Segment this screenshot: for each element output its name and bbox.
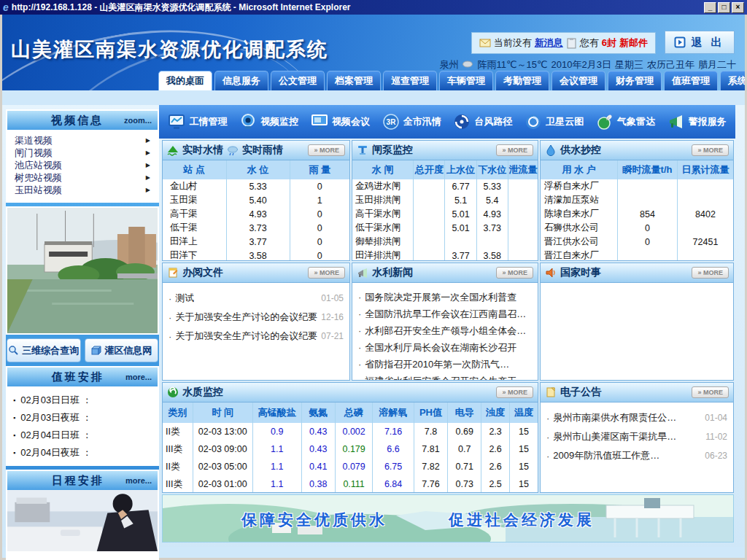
right-arrow-icon: ▶ [146,174,150,181]
cell: 4.93 [226,207,290,221]
tab-system-mgmt[interactable]: 系统管理 [720,71,745,90]
maximize-button[interactable]: □ [718,2,730,13]
tab-finance-mgmt[interactable]: 财务管理 [608,71,662,90]
quality-value: 1.1 [271,444,283,454]
dot-bullet-icon: · [358,376,361,381]
col-header: 下水位 [476,160,508,179]
tab-duty-mgmt[interactable]: 值班管理 [664,71,718,90]
cell: 0.69 [448,423,481,440]
small-megaphone-icon [357,267,368,279]
video-item-chidian[interactable]: 池店站视频▶ [15,159,150,171]
eco-cycle-icon [167,386,179,398]
dot-bullet-icon: · [546,432,549,443]
video-item-shudou[interactable]: 树兜站视频▶ [15,171,150,184]
supply-more-button[interactable]: » MORE [692,144,729,156]
close-button[interactable]: × [732,2,744,13]
cell: 5.4 [476,193,508,207]
bulletin-link[interactable]: ·2009年防汛值班工作意…06-23 [546,446,727,465]
tool-city-flood-info[interactable]: 3R 全市汛情 [382,113,441,131]
tool-video-monitor[interactable]: 视频监控 [239,113,298,131]
table-row: 低干渠水闸5.013.73 [352,221,538,235]
tool-weather-radar[interactable]: 气象雷达 [596,113,655,131]
news-link[interactable]: ·福建省水利厅安委会召开安全生产工… [358,373,532,381]
new-message-link[interactable]: 新消息 [535,36,563,50]
table-row: 低干渠3.730 [163,221,349,235]
tab-meeting-mgmt[interactable]: 会议管理 [551,71,605,90]
square-bullet-icon: ▪ [13,449,15,456]
video-item-yutian[interactable]: 玉田站视频▶ [15,184,150,196]
video-zoom-link[interactable]: zoom... [124,116,152,125]
table-row: 陈埭自来水厂8548402 [541,207,733,221]
cell: 02-03 05:00 [193,458,252,475]
news-link[interactable]: ·水利部召开安全生产领导小组全体会… [358,322,532,339]
gate-more-button[interactable]: » MORE [496,144,533,156]
duty-more-link[interactable]: more... [125,373,152,381]
duty-entry: ▪02月03日夜班 ： [13,409,152,427]
cell: 0.179 [335,440,372,458]
quality-more-button[interactable]: » MORE [496,386,533,398]
news-link[interactable]: ·全国水利厅局长会议在湖南长沙召开 [358,339,532,356]
logout-label: 退 出 [691,36,724,50]
duty-entry: ▪02月04日夜班 ： [13,444,152,462]
dot-bullet-icon: · [358,359,361,370]
cell [508,249,538,261]
news-link[interactable]: ·全国防汛抗旱工作会议在江西南昌召… [358,306,532,322]
video-item-label: 渠道视频 [15,134,53,147]
cell: 0.38 [301,475,335,493]
video-item-canal[interactable]: 渠道视频▶ [15,134,150,147]
bulletin-title: 2009年防汛值班工作意… [553,449,659,462]
tool-video-conference[interactable]: 视频会议 [311,113,370,131]
tool-alarm-service[interactable]: 警报服务 [667,113,727,131]
minimize-button[interactable]: _ [704,2,716,13]
document-link[interactable]: ·关于加强安全生产讨论的会议纪要07-21 [169,327,344,346]
document-link[interactable]: ·关于加强安全生产讨论的会议纪要12-16 [169,308,344,327]
news-more-button[interactable]: » MORE [496,267,533,279]
bulletin-link[interactable]: ·泉州市南渠供水有限责任公…01-04 [546,408,727,427]
col-header: 高锰酸盐 [252,402,301,423]
tab-attendance-mgmt[interactable]: 考勤管理 [495,71,549,90]
documents-more-button[interactable]: » MORE [308,267,345,279]
water-more-button[interactable]: » MORE [308,144,345,156]
bulletin-more-button[interactable]: » MORE [692,386,729,398]
col-header: 类别 [163,402,193,423]
speaker-icon [545,267,557,279]
national-more-button[interactable]: » MORE [692,267,729,279]
tool-satellite-cloud[interactable]: 卫星云图 [525,113,584,131]
col-header: 时 间 [193,402,252,423]
mail-notification-bar: 当前没有 新消息 您有 6封 新邮件 [471,32,656,54]
cell: III类 [163,440,193,458]
news-link[interactable]: ·省防指召开2010年第一次防汛气… [358,356,532,373]
cell: 7.16 [373,423,414,440]
tab-inspection-mgmt[interactable]: 巡查管理 [383,71,437,90]
tab-my-desktop[interactable]: 我的桌面 [158,71,212,90]
bulletin-link[interactable]: ·泉州市山美灌区南干渠抗旱…11-02 [546,427,727,446]
tab-info-service[interactable]: 信息服务 [214,71,268,90]
clipboard-icon [566,37,577,49]
tab-document-mgmt[interactable]: 公文管理 [271,71,325,90]
news-panel-title: 水利新闻 [372,266,413,279]
table-header-row: 水 闸 总开度 上水位 下水位 泄流量 [352,160,538,179]
news-link[interactable]: ·国务院决定开展第一次全国水利普查 [358,289,532,306]
gate-panel-title: 闸泵监控 [372,144,413,157]
document-title: 关于加强安全生产讨论的会议纪要 [175,311,317,324]
table-row: 金山村5.330 [163,179,349,193]
query-3d-button[interactable]: 三维综合查询 [7,338,81,362]
document-link[interactable]: ·测试01-05 [169,289,344,308]
table-row: 高干渠4.930 [163,207,349,221]
schedule-more-link[interactable]: more... [125,476,152,485]
col-header: 水 闸 [352,160,414,179]
cell: 金山村 [163,179,226,193]
irrigation-net-button[interactable]: 灌区信息网 [85,338,159,362]
duty-panel-title: 值班安排 [13,370,125,384]
quality-value: 0.179 [342,444,365,454]
tab-vehicle-mgmt[interactable]: 车辆管理 [439,71,493,90]
tool-project-status[interactable]: 工情管理 [168,113,227,131]
col-header: 站 点 [163,160,226,179]
tool-typhoon-path[interactable]: 台风路径 [453,113,512,131]
slogan-development: 促进社会经济发展 [449,510,595,530]
tab-archive-mgmt[interactable]: 档案管理 [327,71,381,90]
video-item-gate[interactable]: 闸门视频▶ [15,147,150,159]
cell: 5.01 [445,207,476,221]
cell: 石狮供水公司 [541,221,618,235]
logout-button[interactable]: 退 出 [665,31,735,54]
